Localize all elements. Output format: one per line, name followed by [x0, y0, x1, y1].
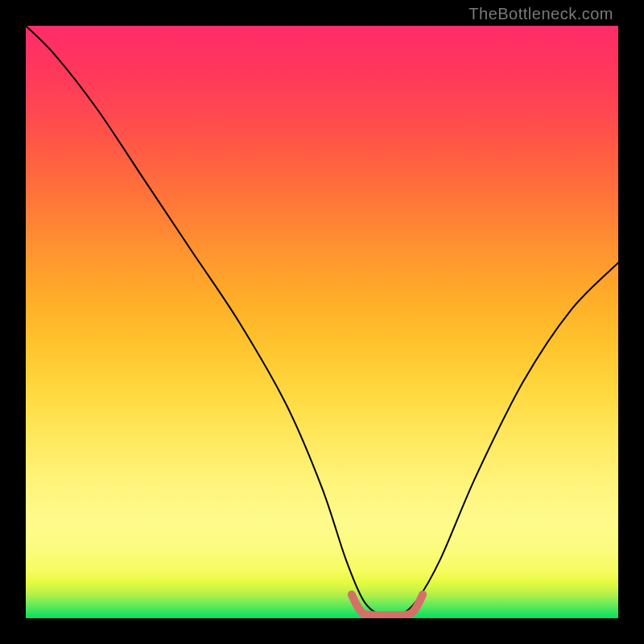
chart-container: TheBottleneck.com	[0, 0, 644, 644]
curve-layer	[26, 26, 618, 618]
bottleneck-curve	[26, 26, 618, 617]
watermark-text: TheBottleneck.com	[469, 5, 613, 23]
plot-area	[26, 26, 618, 618]
